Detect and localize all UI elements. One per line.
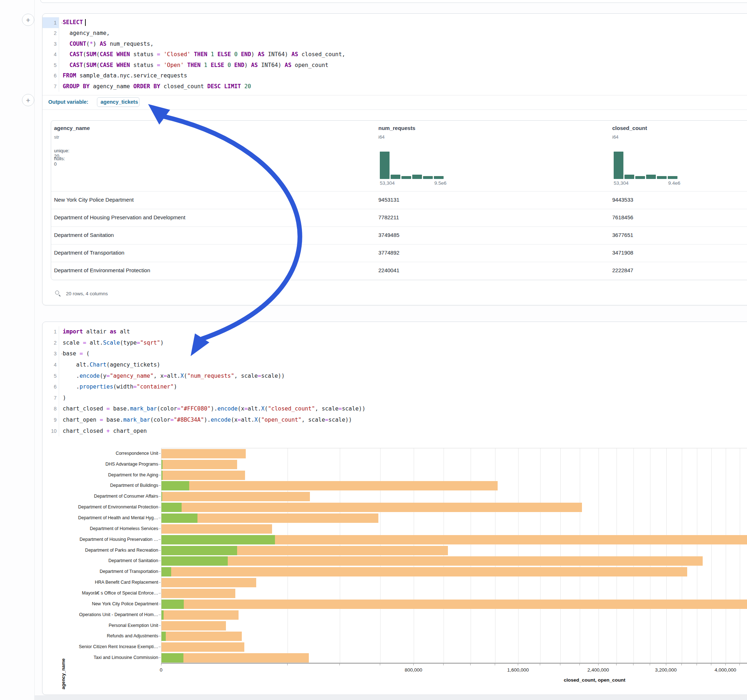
y-axis-label: Department of Parks and Recreation [54, 548, 158, 553]
histogram-bar [657, 176, 667, 179]
open-count-bar [162, 653, 183, 662]
open-count-bar [162, 460, 163, 469]
y-axis-tick [159, 615, 161, 615]
table-cell-num_requests: 3749485 [378, 232, 399, 238]
code-line[interactable]: 8chart_closed = base.mark_bar(color="#FF… [42, 403, 747, 415]
code-text: CAST(SUM(CASE WHEN status = 'Open' THEN … [59, 62, 328, 68]
y-axis-label: Senior Citizen Rent Increase Exempti… [54, 644, 158, 649]
column-dtype: i64 [612, 134, 618, 140]
code-line[interactable]: 7) [42, 392, 747, 404]
code-line[interactable]: 2 agency_name, [42, 28, 747, 39]
gridline [340, 448, 340, 662]
histogram-bar [625, 175, 634, 179]
table-row[interactable]: Department of Sanitation37494853677651 [51, 226, 747, 244]
output-variable-input[interactable]: agency_tickets [97, 97, 139, 107]
column-name: num_requests [378, 125, 416, 131]
code-line[interactable]: 1import altair as alt [42, 326, 747, 337]
column-name: closed_count [612, 125, 647, 131]
x-axis-tick [616, 664, 617, 665]
search-icon[interactable] [55, 291, 61, 297]
x-axis-tick [161, 664, 162, 665]
open-count-bar [162, 481, 189, 490]
line-number: 7 [42, 392, 59, 404]
code-line[interactable]: 5 .encode(y="agency_name", x=alt.X("num_… [42, 370, 747, 381]
line-number: 3⌄ [42, 348, 59, 359]
altair-chart: agency_name Correspondence UnitDHS Advan… [42, 441, 747, 693]
x-axis-tick [380, 664, 380, 665]
gridline [470, 448, 471, 662]
gridline [560, 448, 561, 662]
closed-count-bar [162, 449, 246, 459]
code-text: agency_name, [59, 30, 110, 36]
code-line[interactable]: 4 CAST(SUM(CASE WHEN status = 'Closed' T… [42, 49, 747, 60]
gridline [414, 448, 414, 662]
code-line[interactable]: 9chart_open = base.mark_bar(color="#8BC3… [42, 415, 747, 425]
table-row[interactable]: Department of Housing Preservation and D… [51, 209, 747, 226]
line-number: 10 [42, 425, 59, 436]
code-line[interactable]: 7GROUP BY agency_name ORDER BY closed_co… [42, 81, 747, 92]
open-count-bar [162, 503, 181, 512]
code-line[interactable]: 6FROM sample_data.nyc.service_requests [42, 71, 747, 81]
next-cell-fragment [34, 695, 747, 700]
code-text: chart_closed + chart_open [59, 428, 147, 434]
y-axis-tick [159, 647, 161, 647]
x-axis-tick [413, 664, 414, 665]
code-line[interactable]: 3 COUNT(*) AS num_requests, [42, 39, 747, 49]
y-axis-label: Department of Transportation [54, 569, 158, 574]
x-axis-line [161, 663, 747, 664]
y-axis-tick [159, 550, 161, 551]
open-count-bar [162, 492, 162, 501]
gridline [740, 448, 740, 662]
y-axis-label: Operations Unit - Department of Hom… [54, 612, 158, 617]
open-count-bar [162, 546, 237, 555]
y-axis-label: Department of Buildings [54, 483, 158, 488]
closed-count-bar [162, 503, 582, 512]
x-axis-tick-label: 0 [138, 667, 184, 673]
add-cell-button-output[interactable]: + [22, 94, 34, 106]
y-axis-label: Department of Housing Preservation … [54, 537, 158, 542]
code-text: COUNT(*) AS num_requests, [59, 41, 154, 47]
code-line[interactable]: 6 .properties(width="container") [42, 381, 747, 392]
y-axis-tick [159, 507, 161, 507]
code-line[interactable]: 3⌄base = ( [42, 348, 747, 359]
add-cell-button-top[interactable]: + [22, 14, 34, 26]
x-axis-tick [339, 664, 340, 665]
code-line[interactable]: 5 CAST(SUM(CASE WHEN status = 'Open' THE… [42, 60, 747, 71]
x-axis-tick-label: 2,400,000 [575, 667, 621, 673]
table-row[interactable]: New York City Police Department945313194… [51, 191, 747, 209]
result-table: agency_namestrunique: 20nulls: 0num_requ… [51, 120, 747, 280]
chart-x-axis-title: closed_count, open_count [537, 677, 652, 683]
code-line[interactable]: 4 alt.Chart(agency_tickets) [42, 359, 747, 371]
code-line[interactable]: 10chart_closed + chart_open [42, 425, 747, 436]
gridline [726, 448, 726, 662]
table-row[interactable]: Department of Transportation377489234719… [51, 244, 747, 262]
closed-count-bar [162, 589, 235, 598]
table-row[interactable]: Department of Environmental Protection22… [51, 262, 747, 279]
x-axis-tick [540, 664, 540, 665]
code-line[interactable]: 1⌄SELECT [42, 17, 747, 28]
python-code-editor[interactable]: 1import altair as alt2scale = alt.Scale(… [42, 322, 747, 436]
line-number: 4 [42, 49, 59, 60]
y-axis-label: Refunds and Adjustments [54, 634, 158, 638]
table-cell-agency_name: Department of Environmental Protection [54, 267, 150, 273]
fold-chevron-icon[interactable]: ⌄ [60, 351, 64, 355]
closed-count-bar [162, 524, 272, 534]
code-line[interactable]: 2scale = alt.Scale(type="sqrt") [42, 337, 747, 348]
open-count-bar [162, 535, 275, 545]
y-axis-label: DHS Advantage Programs [54, 462, 158, 467]
closed-count-bar [162, 578, 256, 587]
x-axis-tick [579, 664, 580, 665]
x-axis-tick-label: 3,200,000 [643, 667, 690, 673]
histogram-min-label: 53,304 [614, 180, 628, 186]
code-text: alt.Chart(agency_tickets) [59, 362, 160, 368]
y-axis-tick [159, 453, 161, 454]
x-axis-tick [666, 664, 666, 665]
y-axis-label: Department of Health and Mental Hyg… [54, 515, 158, 520]
sql-code-editor[interactable]: 1⌄SELECT2 agency_name,3 COUNT(*) AS num_… [42, 14, 747, 92]
column-dtype: str [54, 134, 59, 140]
table-cell-closed_count: 9443533 [612, 197, 633, 203]
chart-plot-area [161, 448, 747, 663]
fold-chevron-icon[interactable]: ⌄ [60, 20, 64, 24]
line-number: 9 [42, 415, 59, 425]
table-cell-closed_count: 2222847 [612, 267, 633, 273]
